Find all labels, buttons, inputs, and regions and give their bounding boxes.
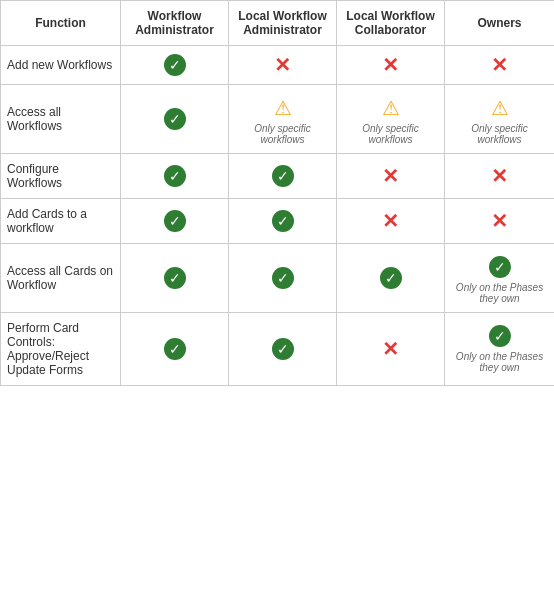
- lwc-cell: ✕: [337, 313, 445, 386]
- lwc-cell: ⚠Only specific workflows: [337, 85, 445, 154]
- table-row: Add Cards to a workflow✓✓✕✕: [1, 199, 555, 244]
- check-icon: ✓: [272, 267, 294, 289]
- cross-icon: ✕: [382, 165, 399, 187]
- table-row: Perform Card Controls: Approve/Reject Up…: [1, 313, 555, 386]
- function-cell: Add Cards to a workflow: [1, 199, 121, 244]
- owners-subtext: Only on the Phases they own: [451, 282, 548, 304]
- check-icon: ✓: [272, 338, 294, 360]
- cross-icon: ✕: [382, 210, 399, 232]
- wa-cell: ✓: [121, 244, 229, 313]
- owners-subtext: Only on the Phases they own: [451, 351, 548, 373]
- wa-cell: ✓: [121, 154, 229, 199]
- wa-cell: ✓: [121, 313, 229, 386]
- wa-cell: ✓: [121, 85, 229, 154]
- check-icon: ✓: [164, 210, 186, 232]
- check-icon: ✓: [164, 108, 186, 130]
- lwc-cell: ✕: [337, 46, 445, 85]
- owners-cell: ✕: [445, 199, 555, 244]
- check-icon: ✓: [489, 325, 511, 347]
- warning-icon: ⚠: [382, 97, 400, 119]
- check-icon: ✓: [164, 267, 186, 289]
- owners-cell: ✓Only on the Phases they own: [445, 313, 555, 386]
- lwc-cell: ✓: [337, 244, 445, 313]
- permissions-table: Function Workflow Administrator Local Wo…: [0, 0, 554, 386]
- check-icon: ✓: [164, 165, 186, 187]
- lwa-cell: ✓: [229, 199, 337, 244]
- owners-subtext: Only specific workflows: [451, 123, 548, 145]
- cross-icon: ✕: [491, 165, 508, 187]
- cross-icon: ✕: [382, 54, 399, 76]
- owners-cell: ✕: [445, 154, 555, 199]
- check-icon: ✓: [272, 165, 294, 187]
- header-function: Function: [1, 1, 121, 46]
- owners-cell: ⚠Only specific workflows: [445, 85, 555, 154]
- wa-cell: ✓: [121, 199, 229, 244]
- header-workflow-admin: Workflow Administrator: [121, 1, 229, 46]
- header-local-workflow-collaborator: Local Workflow Collaborator: [337, 1, 445, 46]
- lwc-cell: ✕: [337, 199, 445, 244]
- check-icon: ✓: [489, 256, 511, 278]
- check-icon: ✓: [164, 54, 186, 76]
- table-row: Add new Workflows✓✕✕✕: [1, 46, 555, 85]
- lwc-subtext: Only specific workflows: [343, 123, 438, 145]
- lwc-cell: ✕: [337, 154, 445, 199]
- function-cell: Access all Workflows: [1, 85, 121, 154]
- table-row: Access all Cards on Workflow✓✓✓✓Only on …: [1, 244, 555, 313]
- check-icon: ✓: [272, 210, 294, 232]
- cross-icon: ✕: [382, 338, 399, 360]
- owners-cell: ✓Only on the Phases they own: [445, 244, 555, 313]
- lwa-cell: ✓: [229, 313, 337, 386]
- header-owners: Owners: [445, 1, 555, 46]
- lwa-cell: ✓: [229, 244, 337, 313]
- warning-icon: ⚠: [491, 97, 509, 119]
- lwa-cell: ✕: [229, 46, 337, 85]
- function-cell: Access all Cards on Workflow: [1, 244, 121, 313]
- lwa-subtext: Only specific workflows: [235, 123, 330, 145]
- header-local-workflow-admin: Local Workflow Administrator: [229, 1, 337, 46]
- function-cell: Perform Card Controls: Approve/Reject Up…: [1, 313, 121, 386]
- owners-cell: ✕: [445, 46, 555, 85]
- warning-icon: ⚠: [274, 97, 292, 119]
- function-cell: Configure Workflows: [1, 154, 121, 199]
- cross-icon: ✕: [274, 54, 291, 76]
- function-cell: Add new Workflows: [1, 46, 121, 85]
- lwa-cell: ⚠Only specific workflows: [229, 85, 337, 154]
- check-icon: ✓: [164, 338, 186, 360]
- cross-icon: ✕: [491, 54, 508, 76]
- cross-icon: ✕: [491, 210, 508, 232]
- wa-cell: ✓: [121, 46, 229, 85]
- check-icon: ✓: [380, 267, 402, 289]
- lwa-cell: ✓: [229, 154, 337, 199]
- table-row: Configure Workflows✓✓✕✕: [1, 154, 555, 199]
- table-row: Access all Workflows✓⚠Only specific work…: [1, 85, 555, 154]
